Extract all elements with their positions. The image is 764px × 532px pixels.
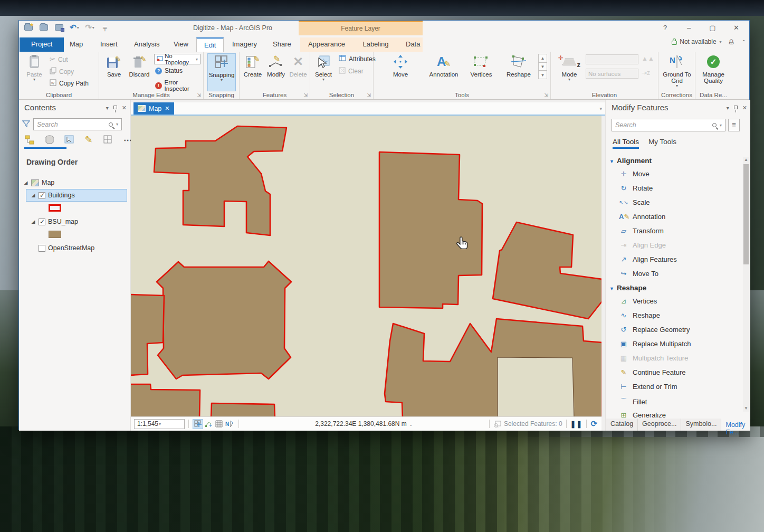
tool-replace-multipatch[interactable]: ▣Replace Multipatch	[619, 340, 691, 348]
layer-row-openstreetmap[interactable]: OpenStreetMap	[19, 242, 130, 254]
modify-close-icon[interactable]: ✕	[742, 104, 747, 111]
layer-row-map[interactable]: ◢ Map	[19, 177, 130, 188]
paste-button[interactable]: Paste▾	[23, 53, 45, 81]
annotation-tool-button[interactable]: A✎ Annotation	[426, 53, 461, 78]
expander-icon[interactable]: ◢	[31, 219, 36, 224]
modify-features-button[interactable]: ✎ Modify	[264, 53, 288, 78]
tab-project[interactable]: Project	[20, 37, 64, 52]
ground-to-grid-button[interactable]: N Ground To Grid▾	[661, 53, 693, 88]
contents-close-icon[interactable]: ✕	[122, 104, 127, 111]
selection-launcher-icon[interactable]: ⇲	[367, 92, 371, 98]
tool-replace-geometry[interactable]: ↺Replace Geometry	[619, 326, 690, 334]
section-reshape[interactable]: ▼Reshape	[609, 284, 646, 292]
north-arrow-icon[interactable]: N	[224, 419, 235, 429]
license-status[interactable]: Not available ▾	[672, 38, 721, 45]
tab-view[interactable]: View	[166, 37, 196, 52]
tool-move-to[interactable]: ↪Move To	[619, 270, 658, 278]
manage-edits-launcher-icon[interactable]: ⇲	[197, 92, 201, 98]
collapse-ribbon-button[interactable]: ⌃	[742, 39, 746, 45]
tool-rotate[interactable]: ↻Rotate	[619, 184, 653, 192]
courtyard[interactable]	[498, 357, 574, 417]
tool-generalize[interactable]: ⊞Generalize	[619, 411, 666, 419]
tool-align-edge[interactable]: ⇥Align Edge	[619, 241, 666, 249]
grid-icon[interactable]	[214, 419, 224, 429]
gallery-down-button[interactable]: ▼	[538, 62, 547, 71]
clear-selection-button[interactable]: Clear	[339, 67, 364, 75]
reshape-tool-button[interactable]: Reshape	[504, 53, 533, 78]
scroll-up-icon[interactable]: ▲	[743, 157, 749, 163]
gallery-expand-button[interactable]: ▼	[538, 71, 547, 79]
vertices-tool-button[interactable]: Vertices	[467, 53, 495, 78]
close-button[interactable]: ✕	[724, 21, 748, 35]
tool-continue-feature[interactable]: ✎Continue Feature	[619, 368, 685, 376]
tab-appearance[interactable]: Appearance	[300, 37, 353, 52]
tool-annotation[interactable]: A✎Annotation	[619, 213, 665, 221]
move-tool-button[interactable]: Move	[388, 53, 413, 78]
filter-icon[interactable]	[22, 120, 30, 130]
save-project-button[interactable]	[54, 22, 64, 33]
delete-features-button[interactable]: ✕ Delete	[288, 53, 308, 78]
customize-qat-button[interactable]: ╤	[100, 22, 110, 33]
layer-row-buildings[interactable]: ◢ Buildings	[26, 189, 127, 201]
dock-tab-catalog[interactable]: Catalog	[606, 419, 638, 431]
building-octagon[interactable]	[157, 261, 291, 379]
section-alignment[interactable]: ▼Alignment	[609, 157, 652, 165]
redo-button[interactable]: ↷▾	[84, 22, 95, 33]
list-by-selection-icon[interactable]	[63, 135, 75, 145]
help-button[interactable]: ?	[653, 21, 677, 35]
pin-icon[interactable]	[734, 106, 738, 109]
dock-tab-modify-features[interactable]: Modify Fe...	[721, 419, 750, 431]
pause-drawing-icon[interactable]: ❚❚	[570, 420, 583, 428]
open-project-button[interactable]	[39, 22, 49, 33]
create-features-button[interactable]: ✎ Create	[242, 53, 264, 78]
tool-align-features[interactable]: ↗Align Features	[619, 255, 677, 263]
list-by-data-source-icon[interactable]	[44, 135, 55, 145]
hamburger-menu-icon[interactable]: ≡	[728, 119, 740, 131]
tool-fillet[interactable]: ⌒Fillet	[619, 397, 647, 406]
maximize-button[interactable]: ▢	[701, 21, 724, 35]
modify-search-input[interactable]: Search ▾	[612, 119, 725, 131]
undo-button[interactable]: ↶▾	[69, 22, 80, 33]
expander-icon[interactable]: ◢	[23, 180, 28, 185]
tab-my-tools[interactable]: My Tools	[648, 138, 676, 149]
gallery-up-button[interactable]: ▲	[538, 54, 547, 62]
attributes-button[interactable]: Attributes	[339, 55, 376, 63]
tab-insert[interactable]: Insert	[93, 37, 125, 52]
minimize-button[interactable]: –	[677, 21, 701, 35]
bsu-map-symbol-row[interactable]	[19, 229, 130, 240]
tool-transform[interactable]: ▱Transform	[619, 227, 664, 235]
layer-checkbox[interactable]	[39, 245, 45, 252]
list-by-snapping-icon[interactable]	[102, 135, 114, 145]
scrollbar-thumb[interactable]	[743, 164, 749, 264]
discard-edits-button[interactable]: ✎ Discard	[127, 53, 152, 78]
pin-icon[interactable]	[113, 106, 117, 109]
snapping-toggle-icon[interactable]	[193, 419, 203, 429]
snapping-toggle-button[interactable]: Snapping▾	[207, 53, 236, 91]
tab-map[interactable]: Map	[62, 37, 90, 52]
scroll-down-icon[interactable]: ▼	[743, 405, 749, 412]
buildings-symbol-swatch[interactable]	[49, 204, 61, 212]
tab-labeling[interactable]: Labeling	[353, 37, 398, 52]
tools-launcher-icon[interactable]: ⇲	[544, 92, 548, 98]
tool-vertices[interactable]: ⊿Vertices	[619, 297, 657, 305]
features-launcher-icon[interactable]: ⇲	[303, 92, 308, 98]
select-button[interactable]: Select▾	[312, 53, 335, 81]
modify-menu-caret-icon[interactable]: ▾	[727, 105, 729, 111]
tab-data[interactable]: Data	[398, 37, 423, 52]
status-button[interactable]: ? Status	[155, 67, 183, 74]
map-constraints-icon[interactable]	[203, 419, 214, 429]
save-edits-button[interactable]: ✎ Save	[103, 53, 125, 78]
building-bottom-mid[interactable]	[211, 403, 275, 417]
layer-checkbox[interactable]	[39, 218, 45, 225]
layer-checkbox[interactable]	[39, 192, 45, 199]
new-project-button[interactable]: ★	[23, 22, 34, 33]
refresh-icon[interactable]: ⟳	[590, 419, 597, 429]
map-view-tab[interactable]: Map ✕	[133, 102, 174, 115]
tool-scale[interactable]: ↖↘Scale	[619, 198, 650, 206]
scale-combobox[interactable]: 1:1,545 ▾	[134, 419, 185, 429]
tab-all-tools[interactable]: All Tools	[613, 138, 639, 149]
elevation-mode-button[interactable]: ✛z Mode▾	[557, 53, 581, 81]
manage-quality-button[interactable]: ✓ Manage Quality	[699, 53, 728, 84]
tab-share[interactable]: Share	[265, 37, 299, 52]
copy-path-button[interactable]: wCopy Path	[50, 79, 89, 88]
